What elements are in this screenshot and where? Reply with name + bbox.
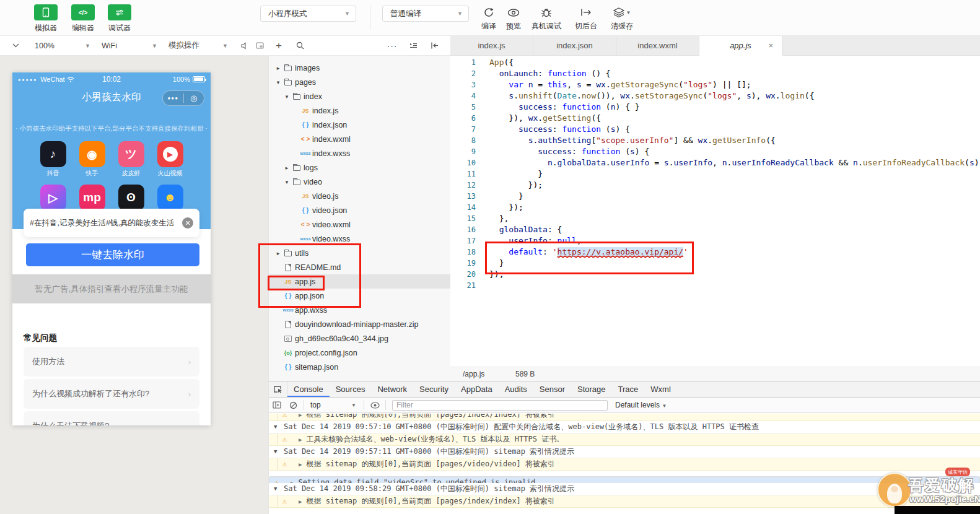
devtools-tab-network[interactable]: Network xyxy=(371,381,413,397)
faq-item[interactable]: 为什么无法下载视频?› xyxy=(24,411,199,425)
devtools-tab-sources[interactable]: Sources xyxy=(330,381,372,397)
folder-icon xyxy=(290,93,304,100)
faq-item[interactable]: 使用方法› xyxy=(24,347,199,377)
tree-item-images[interactable]: ▸images xyxy=(269,61,450,75)
tree-item-video.js[interactable]: JSvideo.js xyxy=(269,189,450,203)
close-tab-icon[interactable]: × xyxy=(768,36,773,56)
console-group-row[interactable]: ▼Sat Dec 14 2019 09:57:10 GMT+0800 (中国标准… xyxy=(269,421,980,433)
tree-item-index[interactable]: ▾index xyxy=(269,89,450,103)
expand-arrow[interactable]: ▼ xyxy=(274,483,277,495)
device-select-button[interactable] xyxy=(7,36,24,55)
devtools-tab-security[interactable]: Security xyxy=(413,381,455,397)
close-miniprogram-icon[interactable]: ◎ xyxy=(184,94,204,103)
file-label: douyindownload-miniapp-master.zip xyxy=(295,320,418,329)
app-icon: ☻ xyxy=(157,185,183,211)
devtools-tab-trace[interactable]: Trace xyxy=(612,381,645,397)
share-link-input[interactable]: #在抖音,记录美好生活#钱,真的能改变生活 ✕ xyxy=(24,209,199,237)
tree-item-douyindownload-miniapp-master.zip[interactable]: douyindownload-miniapp-master.zip xyxy=(269,317,450,331)
tab-index.js[interactable]: index.js xyxy=(450,36,533,56)
more-menu-icon[interactable]: ●●● xyxy=(163,95,183,101)
code-editor[interactable]: 1App({2 onLaunch: function () {3 var n =… xyxy=(450,56,980,367)
tree-item-logs[interactable]: ▸logs xyxy=(269,160,450,175)
zoom-select[interactable]: 100%▼ xyxy=(35,36,90,55)
expand-arrow[interactable]: ▶ xyxy=(299,437,302,443)
clear-input-icon[interactable]: ✕ xyxy=(182,217,193,229)
window-float-icon[interactable] xyxy=(253,36,266,55)
folder-expanded-arrow[interactable]: ▾ xyxy=(284,94,290,100)
execution-context-select[interactable]: top ▼ xyxy=(307,401,361,409)
devtools-tab-wxml[interactable]: Wxml xyxy=(644,381,677,397)
add-file-button[interactable]: + xyxy=(273,36,285,55)
clear-console-icon[interactable] xyxy=(285,401,301,409)
preview-button[interactable]: 预览 xyxy=(502,5,525,32)
remote-debug-button[interactable]: 真机调试 xyxy=(528,5,565,32)
devtools-tab-appdata[interactable]: AppData xyxy=(455,381,499,397)
tree-item-index.js[interactable]: JSindex.js xyxy=(269,103,450,118)
simulate-operations-select[interactable]: 模拟操作▼ xyxy=(168,36,228,55)
console-filter-input[interactable] xyxy=(392,400,608,411)
remove-watermark-button[interactable]: 一键去除水印 xyxy=(26,243,199,266)
console-group-row[interactable]: ▼Sat Dec 14 2019 09:57:11 GMT+0800 (中国标准… xyxy=(269,446,980,458)
folder-expanded-arrow[interactable]: ▾ xyxy=(275,79,281,85)
platform-app-火山视频[interactable]: ▶火山视频 xyxy=(151,141,190,178)
compile-mode-select[interactable]: 普通编译 ▼ xyxy=(382,6,469,22)
warning-icon: ⚠ xyxy=(282,458,287,470)
code-text: }); xyxy=(489,202,523,213)
live-expression-eye-icon[interactable] xyxy=(367,402,383,409)
tree-item-pages[interactable]: ▾pages xyxy=(269,75,450,89)
folder-collapsed-arrow[interactable]: ▸ xyxy=(275,65,281,71)
compile-button[interactable]: 编译 xyxy=(477,5,501,32)
outline-list-icon[interactable] xyxy=(406,36,420,55)
more-options-icon[interactable]: ··· xyxy=(385,36,399,55)
collapse-panel-icon[interactable] xyxy=(427,36,441,55)
folder-expanded-arrow[interactable]: ▾ xyxy=(284,179,290,185)
tree-item-sitemap.json[interactable]: { }sitemap.json xyxy=(269,360,450,374)
expand-arrow[interactable]: ▶ xyxy=(299,461,302,468)
faq-item[interactable]: 为什么视频成功解析了还有水印?› xyxy=(24,379,199,409)
scheme-mode-select[interactable]: 小程序模式 ▼ xyxy=(260,6,356,22)
tree-item-index.json[interactable]: { }index.json xyxy=(269,118,450,132)
switch-background-button[interactable]: 切后台 xyxy=(571,5,601,32)
tree-item-gh_d69ec60a9c40_344.jpg[interactable]: gh_d69ec60a9c40_344.jpg xyxy=(269,331,450,346)
expand-arrow[interactable]: ▼ xyxy=(274,446,277,458)
network-select[interactable]: WiFi▼ xyxy=(102,36,157,55)
devtools-tab-console[interactable]: Console xyxy=(287,381,330,397)
chevron-down-icon: ▼ xyxy=(152,43,157,49)
tab-index.json[interactable]: index.json xyxy=(533,36,616,56)
expand-arrow[interactable]: ▼ xyxy=(274,421,277,433)
sound-icon[interactable] xyxy=(238,36,252,55)
wxss-icon: wxss xyxy=(299,151,312,155)
tree-item-video[interactable]: ▾video xyxy=(269,175,450,189)
platform-app-快手[interactable]: ◉快手 xyxy=(72,141,112,178)
tree-item-index.wxss[interactable]: wxssindex.wxss xyxy=(269,146,450,160)
capsule-menu[interactable]: ●●● ◎ xyxy=(162,90,204,106)
inspect-element-icon[interactable] xyxy=(269,381,287,397)
search-icon[interactable] xyxy=(294,36,306,55)
tree-item-video.json[interactable]: { }video.json xyxy=(269,203,450,217)
console-warning-row[interactable]: ⚠▶根据 sitemap 的规则[0],当前页面 [pages/index/in… xyxy=(269,414,980,421)
debugger-toggle-button[interactable]: 调试器 xyxy=(105,4,134,33)
clear-cache-button[interactable]: ▼清缓存 xyxy=(606,5,638,32)
platform-app-皮皮虾[interactable]: ツ皮皮虾 xyxy=(112,141,151,178)
expand-arrow[interactable]: ▶ xyxy=(299,499,302,505)
editor-toggle-button[interactable]: </> 编辑器 xyxy=(69,4,97,33)
devtools-tab-audits[interactable]: Audits xyxy=(499,381,533,397)
tab-app.js[interactable]: app.js× xyxy=(699,36,782,56)
devtools-tab-sensor[interactable]: Sensor xyxy=(533,381,571,397)
devtools-tab-storage[interactable]: Storage xyxy=(571,381,612,397)
tree-item-video.wxml[interactable]: < >video.wxml xyxy=(269,217,450,232)
code-line: 5 success: function (n) { } xyxy=(450,102,980,113)
tab-index.wxml[interactable]: index.wxml xyxy=(616,36,699,56)
tree-item-project.config.json[interactable]: {o}project.config.json xyxy=(269,346,450,360)
file-label: video xyxy=(304,178,322,186)
code-text: }); xyxy=(489,180,543,191)
expand-arrow[interactable]: ▶ xyxy=(299,414,302,418)
console-sidebar-icon[interactable] xyxy=(269,401,285,409)
tree-item-index.wxml[interactable]: < >index.wxml xyxy=(269,132,450,146)
console-warning-row[interactable]: ⚠▶工具未核验合法域名、web-view(业务域名)、TLS 版本以及 HTTP… xyxy=(269,433,980,446)
log-levels-select[interactable]: Default levels ▼ xyxy=(615,401,667,409)
line-number: 3 xyxy=(450,79,489,90)
platform-app-抖音[interactable]: ♪抖音 xyxy=(33,141,72,178)
simulator-toggle-button[interactable]: 模拟器 xyxy=(32,4,60,33)
folder-collapsed-arrow[interactable]: ▸ xyxy=(284,165,290,171)
